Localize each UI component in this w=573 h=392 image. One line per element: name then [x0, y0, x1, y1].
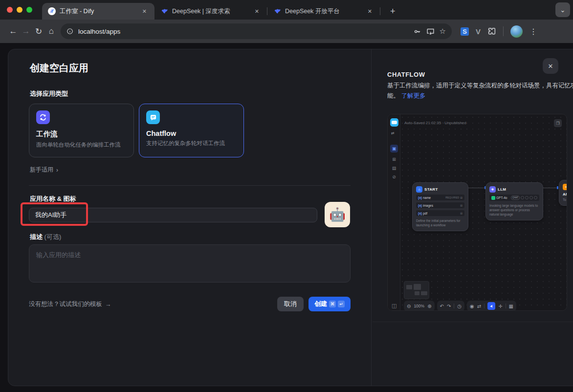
app-robot-icon: [390, 118, 398, 127]
close-panel-button[interactable]: ✕: [543, 58, 558, 74]
chat-mode-badge: CHAT: [511, 196, 520, 200]
answer-node[interactable]: ≡ ANSWER To en: [559, 180, 567, 206]
preview-minimap[interactable]: [404, 281, 429, 299]
beginner-friendly-link[interactable]: 新手适用 ›: [30, 166, 58, 174]
llm-node-description: Invoking large language models to answer…: [489, 203, 539, 217]
robot-emoji-icon: 🤖: [329, 207, 346, 222]
edge-llm-answer: [543, 188, 558, 188]
switch-icon: ⇄: [391, 131, 395, 135]
browser-window: if 工作室 - Dify ✕ DeepSeek | 深度求索 ✕ DeepSe…: [0, 0, 573, 392]
url-text: localhost/apps: [78, 28, 408, 35]
start-field-pdf: (x) pdf ▤: [416, 210, 464, 216]
tab-title: 工作室 - Dify: [60, 7, 136, 16]
start-field-name: (x) name REQUIRED ▤: [416, 195, 464, 200]
templates-link[interactable]: 没有想法？试试我们的模板 →: [29, 300, 111, 308]
extensions-puzzle-icon[interactable]: [487, 27, 496, 36]
start-node[interactable]: ⌂ START (x) name REQUIRED ▤ (x) ima: [412, 182, 468, 231]
learn-more-link[interactable]: 了解更多: [401, 92, 425, 99]
browser-menu-icon[interactable]: ⋮: [529, 27, 537, 36]
loop-icon[interactable]: ⇄: [477, 304, 481, 309]
edge-start-llm: [468, 188, 486, 188]
field-type-icon: ▤: [460, 212, 463, 215]
rail-checklist-icon[interactable]: ⊘: [390, 173, 398, 181]
cmd-key-icon: ⌘: [329, 301, 336, 307]
undo-icon[interactable]: ↶: [440, 304, 444, 309]
app-icon-picker[interactable]: 🤖: [325, 202, 350, 227]
app-description-textarea[interactable]: [29, 244, 351, 283]
panel-divider: [373, 322, 573, 322]
window-controls: [7, 7, 32, 13]
zoom-level[interactable]: 100%: [414, 304, 424, 308]
hand-mode-icon[interactable]: ✛: [498, 304, 502, 309]
back-icon[interactable]: ←: [7, 26, 20, 36]
tab-close-icon[interactable]: ✕: [366, 7, 374, 16]
llm-node[interactable]: ❋ LLM GPT-4o CHAT: [485, 182, 543, 220]
app-type-card-chatflow[interactable]: Chatflow 支持记忆的复杂多轮对话工作流: [139, 104, 244, 157]
capability-icon: [534, 196, 537, 199]
llm-model-row: GPT-4o CHAT: [489, 195, 539, 201]
tab-search-chevron-button[interactable]: ⌄: [555, 2, 570, 17]
rail-run-icon[interactable]: ⊞: [390, 155, 398, 163]
bookmark-star-icon[interactable]: ☆: [440, 27, 446, 36]
start-field-images: (x) images ▤: [416, 202, 464, 208]
deepseek-favicon: [160, 7, 168, 15]
new-tab-button[interactable]: +: [387, 6, 398, 17]
minimap-toggle-icon[interactable]: ◫: [392, 303, 397, 309]
panel-description: 基于工作流编排，适用于定义等复杂流程的多轮对话场景，具有记忆功能。 了解更多: [387, 81, 573, 101]
start-node-description: Define the initial parameters for launch…: [416, 218, 464, 227]
field-type-icon: ▤: [460, 204, 463, 207]
field-type-icon: ▤: [460, 196, 463, 199]
pointer-mode-icon[interactable]: ➤: [487, 302, 495, 310]
password-key-icon[interactable]: [413, 27, 421, 36]
chevron-right-icon: ›: [56, 167, 58, 174]
dify-page: 创建空白应用 选择应用类型 工作流 面向单轮自动化任务的编排工作流: [0, 43, 573, 392]
app-type-card-workflow[interactable]: 工作流 面向单轮自动化任务的编排工作流: [29, 104, 134, 157]
chatflow-icon: [146, 110, 160, 124]
tab-close-icon[interactable]: ✕: [253, 7, 261, 16]
capability-icon: [521, 196, 524, 199]
app-name-input[interactable]: [29, 208, 317, 222]
toolbar-divider: [503, 26, 504, 36]
profile-avatar[interactable]: [510, 25, 523, 38]
section-divider: [29, 185, 351, 186]
site-info-icon[interactable]: [66, 28, 73, 35]
run-icon[interactable]: ◉: [470, 304, 474, 309]
tab-title: DeepSeek 开放平台: [285, 7, 362, 16]
zoom-out-icon[interactable]: ⊖: [407, 304, 411, 309]
arrow-right-icon: →: [105, 301, 111, 308]
auto-layout-icon[interactable]: ▦: [509, 304, 513, 309]
save-to-device-icon[interactable]: [426, 27, 435, 36]
zoom-in-icon[interactable]: ⊕: [427, 304, 431, 309]
maximize-window-button[interactable]: [26, 7, 32, 13]
enter-key-icon: ↵: [338, 301, 345, 307]
extension-v-icon[interactable]: V: [476, 27, 481, 36]
gpt4o-model-icon: [491, 196, 495, 200]
create-app-form: 创建空白应用 选择应用类型 工作流 面向单轮自动化任务的编排工作流: [8, 49, 371, 386]
description-section-label: 描述 (可选): [30, 233, 61, 241]
card-description: 支持记忆的复杂多轮对话工作流: [146, 140, 237, 147]
rail-blocks-icon[interactable]: ▣: [390, 145, 398, 152]
tab-dify[interactable]: if 工作室 - Dify ✕: [42, 3, 154, 20]
deepseek-favicon: [273, 7, 281, 15]
tab-deepseek-platform[interactable]: DeepSeek 开放平台 ✕: [267, 3, 380, 20]
tab-deepseek-chat[interactable]: DeepSeek | 深度求索 ✕: [154, 3, 267, 20]
redo-icon[interactable]: ↷: [447, 304, 451, 309]
reload-icon[interactable]: ↻: [32, 26, 45, 37]
extension-s-icon[interactable]: S: [461, 27, 469, 36]
preview-expand-icon[interactable]: ❐: [554, 119, 562, 127]
create-button[interactable]: 创建 ⌘ ↵: [309, 297, 351, 311]
forward-icon[interactable]: →: [20, 26, 32, 36]
dify-favicon: if: [48, 7, 56, 15]
workflow-preview: ⇄ ▣ ⊞ ▤ ⊘ Auto-Saved 21:02:35 · Unpublis…: [387, 114, 567, 311]
home-icon[interactable]: ⌂: [45, 26, 58, 36]
autosave-status: Auto-Saved 21:02:35 · Unpublished: [404, 121, 466, 125]
preview-left-rail: ⇄ ▣ ⊞ ▤ ⊘: [388, 114, 400, 310]
history-icon[interactable]: ◷: [457, 304, 462, 309]
address-bar[interactable]: localhost/apps ☆: [61, 23, 452, 39]
minimize-window-button[interactable]: [17, 7, 22, 13]
cancel-button[interactable]: 取消: [277, 297, 304, 311]
rail-log-icon[interactable]: ▤: [390, 164, 398, 172]
llm-node-icon: ❋: [489, 186, 496, 193]
tab-close-icon[interactable]: ✕: [140, 7, 149, 16]
close-window-button[interactable]: [7, 7, 13, 13]
